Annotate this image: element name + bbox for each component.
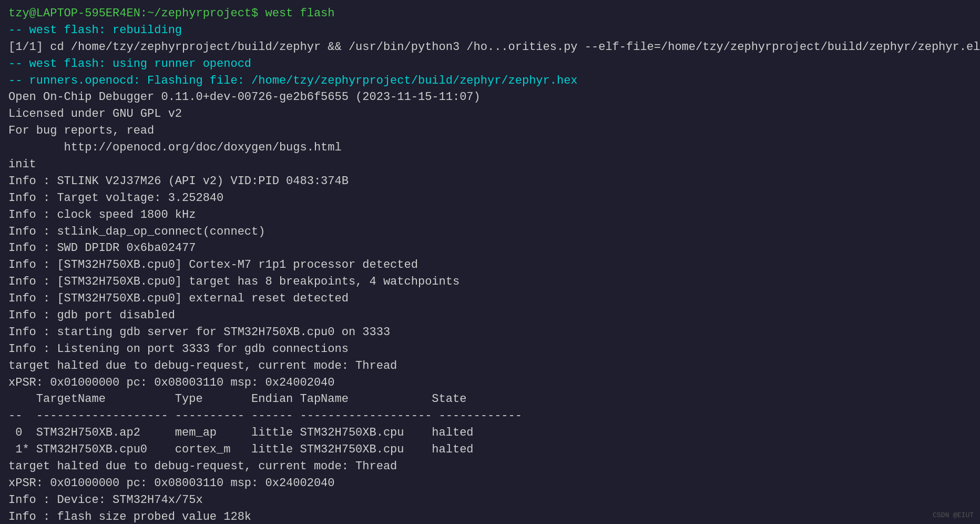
terminal-window: tzy@LAPTOP-595ER4EN:~/zephyrproject$ wes… — [0, 0, 980, 524]
terminal-line: tzy@LAPTOP-595ER4EN:~/zephyrproject$ wes… — [8, 5, 972, 22]
terminal-line: init — [8, 156, 972, 173]
terminal-line: Info : Device: STM32H74x/75x — [8, 492, 972, 509]
terminal-line: xPSR: 0x01000000 pc: 0x08003110 msp: 0x2… — [8, 375, 972, 391]
terminal-output: tzy@LAPTOP-595ER4EN:~/zephyrproject$ wes… — [8, 5, 972, 524]
terminal-line: Info : stlink_dap_op_connect(connect) — [8, 224, 972, 240]
terminal-line: Info : STLINK V2J37M26 (API v2) VID:PID … — [8, 173, 972, 190]
terminal-line: Info : gdb port disabled — [8, 307, 972, 324]
terminal-line: Info : SWD DPIDR 0x6ba02477 — [8, 240, 972, 257]
terminal-line: Open On-Chip Debugger 0.11.0+dev-00726-g… — [8, 89, 972, 106]
terminal-line: Info : [STM32H750XB.cpu0] external reset… — [8, 290, 972, 307]
terminal-line: Info : [STM32H750XB.cpu0] Cortex-M7 r1p1… — [8, 257, 972, 274]
terminal-line: Info : starting gdb server for STM32H750… — [8, 324, 972, 341]
terminal-line: xPSR: 0x01000000 pc: 0x08003110 msp: 0x2… — [8, 475, 972, 492]
terminal-line: -- ------------------- ---------- ------… — [8, 408, 972, 425]
watermark: CSDN @EIUT — [933, 511, 974, 521]
terminal-line: 1* STM32H750XB.cpu0 cortex_m little STM3… — [8, 441, 972, 458]
terminal-line: http://openocd.org/doc/doxygen/bugs.html — [8, 139, 972, 156]
terminal-line: [1/1] cd /home/tzy/zephyrproject/build/z… — [8, 39, 972, 56]
terminal-line: target halted due to debug-request, curr… — [8, 358, 972, 375]
terminal-line: TargetName Type Endian TapName State — [8, 391, 972, 408]
terminal-line: Info : [STM32H750XB.cpu0] target has 8 b… — [8, 274, 972, 290]
terminal-line: Info : flash size probed value 128k — [8, 509, 972, 524]
terminal-line: 0 STM32H750XB.ap2 mem_ap little STM32H75… — [8, 425, 972, 441]
terminal-line: -- runners.openocd: Flashing file: /home… — [8, 73, 972, 89]
terminal-line: Info : Target voltage: 3.252840 — [8, 190, 972, 207]
terminal-line: Licensed under GNU GPL v2 — [8, 106, 972, 123]
terminal-line: Info : Listening on port 3333 for gdb co… — [8, 341, 972, 358]
terminal-line: -- west flash: rebuilding — [8, 22, 972, 39]
terminal-line: For bug reports, read — [8, 123, 972, 139]
terminal-line: target halted due to debug-request, curr… — [8, 458, 972, 475]
terminal-line: -- west flash: using runner openocd — [8, 56, 972, 73]
terminal-line: Info : clock speed 1800 kHz — [8, 207, 972, 224]
